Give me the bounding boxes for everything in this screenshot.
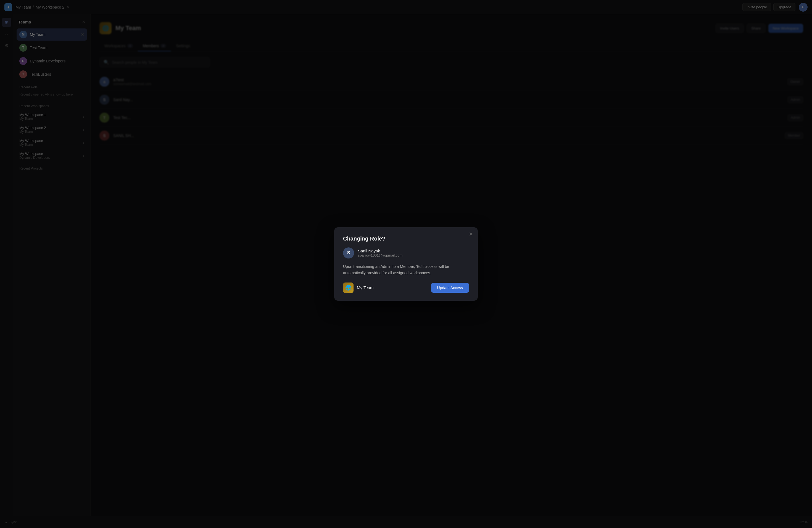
modal-overlay: ✕ Changing Role? S Sanil Nayak sparrow10… — [0, 0, 812, 528]
modal-team-name: My Team — [357, 285, 374, 290]
modal-team-info: 🌐 My Team — [343, 282, 374, 293]
modal-team-avatar-icon: 🌐 — [343, 282, 353, 293]
modal-title: Changing Role? — [343, 236, 469, 242]
modal-user-info: S Sanil Nayak sparrow1001@yopmail.com — [343, 247, 469, 259]
modal-footer: 🌐 My Team Update Access — [343, 282, 469, 293]
modal-close-btn[interactable]: ✕ — [469, 232, 473, 237]
modal-user-name: Sanil Nayak — [358, 249, 402, 253]
modal-user-avatar: S — [343, 247, 354, 259]
modal-description: Upon transitioning an Admin to a Member,… — [343, 263, 469, 276]
modal-user-details: Sanil Nayak sparrow1001@yopmail.com — [358, 249, 402, 258]
modal-user-email: sparrow1001@yopmail.com — [358, 253, 402, 258]
update-access-btn[interactable]: Update Access — [431, 283, 469, 293]
changing-role-modal: ✕ Changing Role? S Sanil Nayak sparrow10… — [334, 227, 478, 301]
